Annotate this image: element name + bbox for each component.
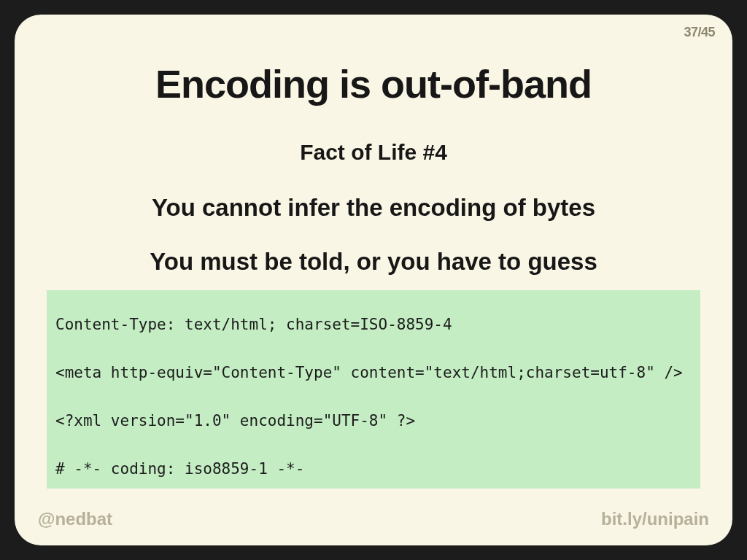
code-line: Content-Type: text/html; charset=ISO-885… bbox=[55, 316, 692, 332]
footer-link: bit.ly/unipain bbox=[601, 509, 709, 529]
code-line: <meta http-equiv="Content-Type" content=… bbox=[55, 365, 692, 381]
code-line: # -*- coding: iso8859-1 -*- bbox=[55, 461, 692, 477]
page-counter: 37/45 bbox=[684, 25, 715, 40]
slide-point-2: You must be told, or you have to guess bbox=[44, 248, 703, 276]
code-line: <?xml version="1.0" encoding="UTF-8" ?> bbox=[55, 413, 692, 429]
footer-handle: @nedbat bbox=[38, 509, 112, 529]
slide-title: Encoding is out-of-band bbox=[44, 61, 703, 106]
slide-subtitle: Fact of Life #4 bbox=[44, 140, 703, 165]
slide-point-1: You cannot infer the encoding of bytes bbox=[44, 194, 703, 222]
code-block: Content-Type: text/html; charset=ISO-885… bbox=[47, 290, 700, 489]
slide: 37/45 Encoding is out-of-band Fact of Li… bbox=[15, 15, 732, 545]
